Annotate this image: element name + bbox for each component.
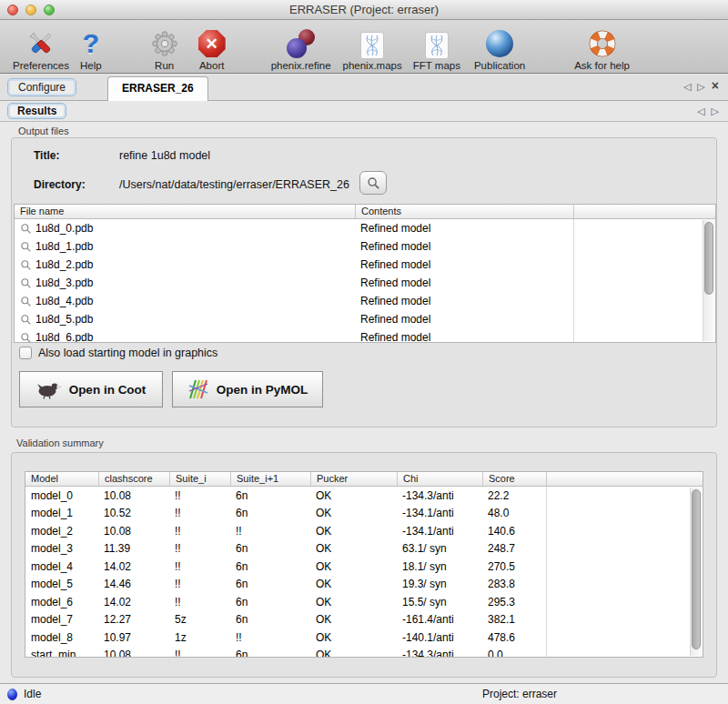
- column-header-empty: [546, 472, 703, 486]
- validation-row[interactable]: model_110.52!!6nOK-134.1/anti48.0: [25, 505, 703, 523]
- column-header-pucker[interactable]: Pucker: [310, 472, 397, 486]
- status-bar: Idle Project: erraser: [0, 683, 728, 704]
- toolbar-label: FFT maps: [413, 60, 460, 71]
- pucker-cell: OK: [310, 489, 397, 502]
- file-contents: Refined model: [355, 331, 573, 343]
- suite-i-cell: !!: [169, 489, 230, 502]
- browse-directory-button[interactable]: [359, 171, 387, 195]
- scrollbar-thumb[interactable]: [692, 489, 701, 649]
- file-row[interactable]: 1u8d_2.pdbRefined model: [15, 256, 715, 274]
- toolbar: Preferences ? Help Run: [0, 20, 728, 74]
- suite-i-cell: !!: [169, 578, 230, 590]
- validation-row[interactable]: model_414.02!!6nOK18.1/ syn270.5: [25, 558, 703, 576]
- validation-row[interactable]: model_210.08!!!!OK-134.1/anti140.6: [25, 522, 703, 540]
- open-in-coot-button[interactable]: Open in Coot: [19, 371, 163, 407]
- file-row[interactable]: 1u8d_1.pdbRefined model: [15, 237, 715, 256]
- window-title: ERRASER (Project: erraser): [0, 3, 728, 16]
- model-cell: model_0: [25, 489, 98, 502]
- validation-row[interactable]: model_010.08!!6nOK-134.3/anti22.2: [25, 487, 703, 505]
- validation-row[interactable]: model_614.02!!6nOK15.5/ syn295.3: [25, 593, 703, 611]
- validation-table: Model clashscore Suite_i Suite_i+1 Pucke…: [25, 471, 703, 658]
- file-name: 1u8d_3.pdb: [35, 277, 93, 289]
- file-row-filler: [573, 274, 715, 292]
- model-cell: model_5: [25, 578, 98, 590]
- scrollbar-thumb[interactable]: [704, 222, 713, 295]
- validation-row[interactable]: model_514.46!!6nOK19.3/ syn283.8: [25, 576, 703, 594]
- file-rows: 1u8d_0.pdbRefined model1u8d_1.pdbRefined…: [15, 219, 715, 343]
- toolbar-abort-button[interactable]: ✕ Abort: [198, 20, 226, 71]
- tab-configure[interactable]: Configure: [7, 78, 76, 96]
- tab-erraser-26[interactable]: ERRASER_26: [107, 76, 208, 101]
- subtab-scroll-right-icon[interactable]: ▷: [712, 105, 719, 117]
- subtab-scroll-left-icon[interactable]: ◁: [697, 105, 704, 117]
- open-in-pymol-button[interactable]: Open in PyMOL: [172, 371, 323, 407]
- toolbar-help-button[interactable]: ? Help: [80, 20, 102, 71]
- column-header-model[interactable]: Model: [25, 472, 98, 486]
- validation-row[interactable]: start_min10.08!!6nOK-134.3/anti0.0: [25, 647, 703, 659]
- column-header-score[interactable]: Score: [482, 472, 546, 486]
- tab-scroll-right-icon[interactable]: ▷: [697, 80, 704, 93]
- validation-row[interactable]: model_810.971z!!OK-140.1/anti478.6: [25, 629, 703, 647]
- main-tab-bar: Configure ERRASER_26 ◁ ▷ ×: [0, 75, 728, 101]
- tab-close-icon[interactable]: ×: [712, 80, 719, 93]
- score-cell: 283.8: [482, 578, 546, 590]
- toolbar-preferences-button[interactable]: Preferences: [13, 20, 69, 71]
- load-starting-model-checkbox[interactable]: [19, 347, 32, 359]
- toolbar-label: Help: [80, 60, 102, 71]
- file-row[interactable]: 1u8d_3.pdbRefined model: [15, 274, 715, 292]
- file-row[interactable]: 1u8d_6.pdbRefined model: [15, 328, 715, 343]
- toolbar-label: Abort: [199, 60, 225, 71]
- score-cell: 22.2: [482, 489, 546, 502]
- suite-i1-cell: 6n: [230, 596, 310, 608]
- toolbar-phenix-maps-button[interactable]: phenix.maps: [343, 20, 402, 71]
- file-contents: Refined model: [355, 240, 573, 253]
- clashscore-cell: 14.02: [98, 596, 169, 608]
- column-header-clashscore[interactable]: clashscore: [98, 472, 169, 486]
- toolbar-phenix-refine-button[interactable]: phenix.refine: [271, 20, 331, 71]
- file-row[interactable]: 1u8d_0.pdbRefined model: [15, 219, 715, 237]
- toolbar-publication-button[interactable]: Publication: [474, 20, 525, 71]
- column-header-file-name[interactable]: File name: [15, 205, 355, 218]
- tab-nav-controls: ◁ ▷ ×: [683, 80, 719, 93]
- file-table-scrollbar[interactable]: [703, 220, 714, 341]
- stop-icon: ✕: [198, 28, 226, 59]
- score-cell: 140.6: [482, 525, 546, 538]
- file-row[interactable]: 1u8d_5.pdbRefined model: [15, 310, 715, 328]
- coot-bird-icon: [36, 380, 62, 399]
- magnifier-icon: [20, 259, 32, 271]
- suite-i-cell: 1z: [169, 631, 230, 644]
- validation-row[interactable]: model_311.39!!6nOK63.1/ syn248.7: [25, 540, 703, 558]
- file-row[interactable]: 1u8d_4.pdbRefined model: [15, 292, 715, 310]
- column-header-contents[interactable]: Contents: [355, 205, 573, 218]
- pucker-cell: OK: [310, 649, 397, 658]
- toolbar-label: Run: [155, 60, 174, 71]
- output-files-groupbox: Title: refine 1u8d model Directory: /Use…: [11, 137, 717, 427]
- model-cell: model_2: [25, 525, 98, 538]
- suite-i1-cell: !!: [230, 525, 310, 538]
- output-files-table: File name Contents 1u8d_0.pdbRefined mod…: [14, 204, 716, 343]
- column-header-suite-i[interactable]: Suite_i: [169, 472, 230, 486]
- pucker-cell: OK: [310, 560, 397, 573]
- toolbar-run-button[interactable]: Run: [151, 20, 178, 71]
- suite-i1-cell: 6n: [230, 649, 310, 658]
- clashscore-cell: 14.46: [98, 578, 169, 590]
- tab-scroll-left-icon[interactable]: ◁: [683, 80, 691, 93]
- column-header-suite-i1[interactable]: Suite_i+1: [230, 472, 310, 486]
- directory-label: Directory:: [34, 178, 86, 191]
- toolbar-ask-for-help-button[interactable]: Ask for help: [574, 20, 630, 71]
- file-name: 1u8d_5.pdb: [35, 313, 93, 326]
- validation-row-filler: [546, 487, 703, 505]
- clashscore-cell: 10.08: [98, 525, 169, 538]
- pucker-cell: OK: [310, 578, 397, 590]
- pucker-cell: OK: [310, 631, 397, 644]
- column-header-chi[interactable]: Chi: [397, 472, 482, 486]
- tab-results[interactable]: Results: [7, 103, 66, 119]
- pucker-cell: OK: [310, 542, 397, 555]
- validation-row[interactable]: model_712.275z6nOK-161.4/anti382.1: [25, 611, 703, 629]
- toolbar-fft-maps-button[interactable]: FFT maps: [413, 20, 460, 71]
- score-cell: 248.7: [482, 542, 546, 555]
- chi-cell: 15.5/ syn: [397, 596, 482, 608]
- chi-cell: 18.1/ syn: [397, 560, 482, 573]
- validation-table-scrollbar[interactable]: [690, 488, 702, 656]
- magnifier-icon: [20, 314, 32, 326]
